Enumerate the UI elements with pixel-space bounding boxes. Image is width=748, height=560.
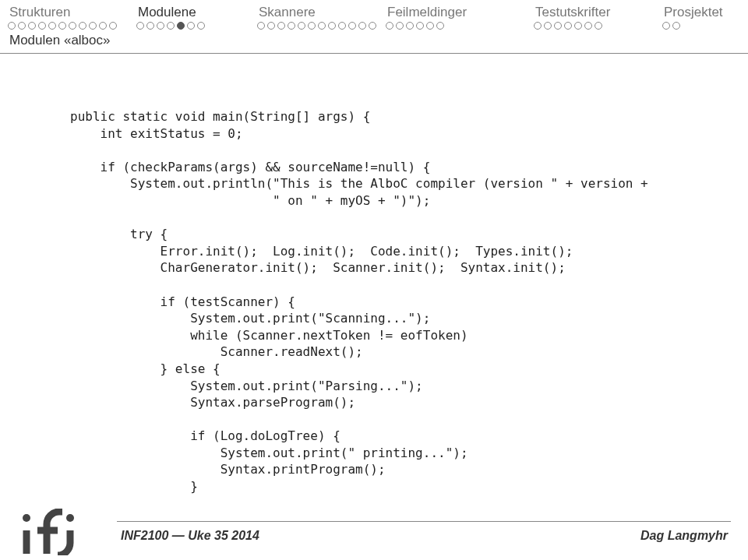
progress-dot[interactable] [89, 22, 97, 30]
nav-item-3[interactable]: Feilmeldinger [386, 5, 534, 30]
progress-dot[interactable] [662, 22, 670, 30]
nav-progress-dots [662, 22, 740, 30]
progress-dot[interactable] [197, 22, 205, 30]
nav-item-5[interactable]: Prosjektet [662, 5, 740, 30]
svg-point-3 [66, 514, 74, 522]
code-block: public static void main(String[] args) {… [70, 108, 748, 495]
progress-dot[interactable] [554, 22, 562, 30]
nav-progress-dots [257, 22, 386, 30]
progress-dot[interactable] [8, 22, 16, 30]
progress-dot[interactable] [318, 22, 326, 30]
progress-dot[interactable] [257, 22, 265, 30]
nav-item-2[interactable]: Skannere [257, 5, 386, 30]
nav-label: Testutskrifter [534, 5, 662, 20]
nav-progress-dots [8, 22, 136, 30]
progress-dot[interactable] [406, 22, 414, 30]
progress-dot[interactable] [564, 22, 572, 30]
progress-dot[interactable] [672, 22, 680, 30]
nav-item-4[interactable]: Testutskrifter [534, 5, 662, 30]
section-subtitle: Modulen «alboc» [0, 30, 748, 54]
nav-label: Prosjektet [662, 5, 740, 20]
progress-dot[interactable] [38, 22, 46, 30]
progress-dot[interactable] [99, 22, 107, 30]
footer-course: INF2100 — Uke 35 2014 [121, 529, 259, 543]
progress-dot[interactable] [267, 22, 275, 30]
nav-progress-dots [386, 22, 534, 30]
svg-point-1 [23, 514, 30, 522]
progress-dot[interactable] [308, 22, 316, 30]
progress-dot[interactable] [177, 22, 185, 30]
nav-label: Feilmeldinger [386, 5, 534, 20]
nav-label: Strukturen [8, 5, 136, 20]
progress-dot[interactable] [574, 22, 582, 30]
ifi-logo-icon [16, 509, 109, 558]
nav-item-0[interactable]: Strukturen [8, 5, 136, 30]
progress-dot[interactable] [416, 22, 424, 30]
progress-dot[interactable] [167, 22, 175, 30]
progress-dot[interactable] [534, 22, 542, 30]
progress-dot[interactable] [338, 22, 346, 30]
progress-dot[interactable] [79, 22, 86, 30]
progress-dot[interactable] [187, 22, 195, 30]
nav-label: Skannere [257, 5, 386, 20]
progress-dot[interactable] [18, 22, 26, 30]
footer-rule [117, 521, 731, 522]
progress-dot[interactable] [28, 22, 36, 30]
progress-dot[interactable] [358, 22, 366, 30]
progress-dot[interactable] [595, 22, 602, 30]
progress-dot[interactable] [544, 22, 552, 30]
progress-dot[interactable] [298, 22, 305, 30]
progress-dot[interactable] [348, 22, 356, 30]
footer-author: Dag Langmyhr [640, 529, 728, 543]
progress-dot[interactable] [426, 22, 434, 30]
progress-dot[interactable] [288, 22, 295, 30]
progress-dot[interactable] [58, 22, 66, 30]
progress-dot[interactable] [386, 22, 393, 30]
footer: INF2100 — Uke 35 2014 Dag Langmyhr [0, 518, 748, 560]
progress-dot[interactable] [146, 22, 154, 30]
nav-progress-dots [136, 22, 257, 30]
progress-dot[interactable] [69, 22, 76, 30]
progress-dot[interactable] [328, 22, 336, 30]
progress-dot[interactable] [157, 22, 164, 30]
progress-dot[interactable] [436, 22, 444, 30]
progress-dot[interactable] [109, 22, 117, 30]
nav-label: Modulene [136, 5, 257, 20]
progress-dot[interactable] [48, 22, 56, 30]
slide-content: public static void main(String[] args) {… [0, 54, 748, 495]
progress-dot[interactable] [584, 22, 592, 30]
nav-progress-dots [534, 22, 662, 30]
progress-dot[interactable] [277, 22, 285, 30]
progress-dot[interactable] [369, 22, 376, 30]
top-nav: StrukturenModuleneSkannereFeilmeldingerT… [0, 0, 748, 30]
progress-dot[interactable] [396, 22, 404, 30]
nav-item-1[interactable]: Modulene [136, 5, 257, 30]
progress-dot[interactable] [136, 22, 144, 30]
